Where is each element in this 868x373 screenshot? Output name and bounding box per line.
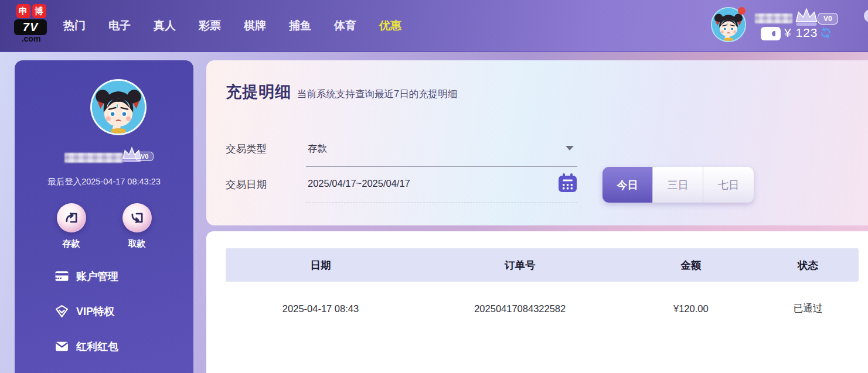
cell-date: 2025-04-17 08:43 — [226, 303, 416, 314]
sidebar-menu: 账户管理 VIP特权 红利红包 — [55, 269, 183, 373]
range-3days-button[interactable]: 三日 — [653, 167, 703, 203]
nav-item-hot[interactable]: 热门 — [63, 18, 86, 33]
nav-item-slots[interactable]: 电子 — [108, 18, 131, 33]
transaction-date-label: 交易日期 — [226, 177, 267, 191]
records-table: 日期 订单号 金额 状态 2025-04-17 08:43 2025041708… — [226, 248, 859, 336]
transaction-type-label: 交易类型 — [226, 142, 267, 156]
col-header-date: 日期 — [226, 258, 416, 272]
sidebar-item-vip-label: VIP特权 — [76, 304, 114, 319]
sidebar-item-redpacket-label: 红利红包 — [76, 340, 118, 354]
vip-level-badge: V0 — [818, 13, 838, 25]
bank-card-icon — [55, 269, 69, 283]
sidebar-vip-badge: V0 — [135, 152, 154, 161]
table-row: 2025-04-17 08:43 20250417084322582 ¥120.… — [226, 282, 859, 336]
deposit-label: 存款 — [48, 238, 95, 249]
top-navbar: 申 博 7V .com 热门 电子 真人 彩票 棋牌 捕鱼 体育 优惠 V0 ¥… — [0, 0, 868, 52]
nav-item-board[interactable]: 棋牌 — [244, 18, 266, 33]
user-area: V0 ¥ 123 — [692, 0, 868, 52]
refresh-balance-icon[interactable] — [820, 27, 832, 39]
sidebar-item-vip[interactable]: VIP特权 — [55, 304, 183, 319]
records-panel: 日期 订单号 金额 状态 2025-04-17 08:43 2025041708… — [206, 231, 868, 373]
logo-badges: 申 博 — [14, 4, 48, 18]
withdraw-icon — [122, 203, 152, 232]
logo-main-text: 7V — [14, 19, 47, 35]
withdraw-label: 取款 — [114, 238, 161, 249]
wallet-icon — [760, 26, 781, 41]
envelope-icon — [55, 339, 69, 354]
calendar-icon[interactable] — [558, 173, 577, 193]
nav-item-fishing[interactable]: 捕鱼 — [289, 18, 311, 33]
type-field-underline — [306, 166, 577, 167]
cell-status: 已通过 — [757, 302, 859, 315]
balance-amount: ¥ 123 — [784, 26, 818, 40]
sidebar-quick-actions: 存款 取款 — [15, 203, 193, 249]
page-subtitle: 当前系统支持查询最近7日的充提明细 — [297, 88, 457, 101]
sidebar-item-account[interactable]: 账户管理 — [55, 269, 183, 283]
nav-item-sports[interactable]: 体育 — [334, 18, 356, 33]
date-range-button-group: 今日 三日 七日 — [603, 167, 754, 203]
sidebar-avatar — [90, 79, 147, 135]
range-7days-button[interactable]: 七日 — [703, 167, 754, 203]
range-today-button[interactable]: 今日 — [603, 167, 653, 203]
nav-item-lottery[interactable]: 彩票 — [199, 18, 221, 33]
username-blurred — [755, 13, 792, 23]
chevron-down-icon[interactable] — [566, 146, 574, 150]
nav-item-live[interactable]: 真人 — [154, 18, 176, 33]
logo-badge-shen: 申 — [16, 4, 30, 18]
main-nav: 热门 电子 真人 彩票 棋牌 捕鱼 体育 优惠 — [63, 0, 424, 52]
transaction-type-select[interactable]: 存款 — [308, 142, 327, 155]
sidebar: V0 最后登入2025-04-17 08:43:23 存款 取款 — [15, 60, 193, 373]
sidebar-username-blurred — [64, 153, 123, 163]
withdraw-button[interactable]: 取款 — [114, 203, 161, 249]
page-title: 充提明细 — [226, 81, 291, 102]
vip-shield-icon — [55, 304, 69, 319]
page-title-row: 充提明细 当前系统支持查询最近7日的充提明细 — [226, 81, 457, 102]
logo-badge-bo: 博 — [32, 4, 46, 18]
col-header-amount: 金额 — [624, 258, 757, 272]
filter-panel: 充提明细 当前系统支持查询最近7日的充提明细 交易类型 存款 交易日期 2025… — [206, 60, 868, 225]
col-header-order: 订单号 — [416, 258, 624, 272]
logo-suffix-text: .com — [14, 34, 48, 43]
deposit-button[interactable]: 存款 — [48, 203, 95, 249]
sidebar-username-row: V0 — [15, 148, 193, 167]
vip-crown-icon — [793, 6, 820, 28]
table-header-row: 日期 订单号 金额 状态 — [226, 248, 859, 282]
sidebar-item-redpacket[interactable]: 红利红包 — [55, 339, 183, 354]
cell-amount: ¥120.00 — [624, 303, 757, 314]
site-logo[interactable]: 申 博 7V .com — [14, 4, 48, 43]
date-field-underline — [306, 203, 577, 203]
deposit-icon — [57, 203, 86, 232]
last-login-text: 最后登入2025-04-17 08:43:23 — [15, 176, 193, 187]
transaction-date-input[interactable]: 2025/04/17~2025/04/17 — [308, 178, 410, 189]
cell-order-no: 20250417084322582 — [416, 303, 624, 314]
nav-item-promo[interactable]: 优惠 — [379, 18, 401, 33]
sidebar-item-account-label: 账户管理 — [76, 269, 118, 283]
notification-dot — [738, 7, 746, 15]
col-header-status: 状态 — [757, 258, 859, 272]
